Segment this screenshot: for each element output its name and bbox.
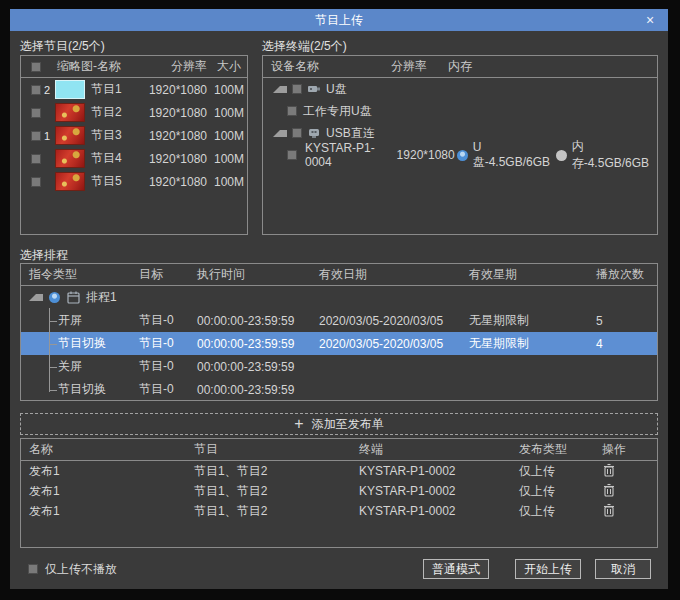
publish-programs: 节目1、节目2: [186, 463, 351, 480]
group-checkbox[interactable]: [292, 84, 302, 94]
mode-button[interactable]: 普通模式: [423, 559, 489, 579]
publish-name: 发布1: [21, 463, 186, 480]
col-header-valid-date: 有效日期: [311, 266, 461, 283]
add-to-publish-list-label: 添加至发布单: [312, 416, 384, 433]
schedule-row-selected[interactable]: 节目切换 节目-0 00:00:00-23:59:59 2020/03/05-2…: [21, 332, 657, 355]
program-thumbnail: [55, 172, 85, 191]
command-time: 00:00:00-23:59:59: [189, 383, 311, 397]
publish-terminal: KYSTAR-P1-0002: [351, 484, 511, 498]
program-checkbox[interactable]: [31, 177, 41, 187]
titlebar[interactable]: 节目上传 ×: [10, 9, 668, 31]
program-name: 节目5: [85, 173, 135, 190]
program-size: 100M: [211, 106, 247, 120]
program-resolution: 1920*1080: [135, 106, 211, 120]
tree-item-usb-disk-child[interactable]: 工作专用U盘: [263, 100, 657, 122]
table-row[interactable]: 节目2 1920*1080 100M: [21, 101, 247, 124]
table-row[interactable]: 1 节目3 1920*1080 100M: [21, 124, 247, 147]
close-icon[interactable]: ×: [641, 9, 659, 31]
memory-storage-radio[interactable]: [556, 150, 567, 161]
delete-icon[interactable]: [602, 503, 616, 517]
upload-only-option[interactable]: 仅上传不播放: [28, 561, 117, 577]
table-row[interactable]: 节目5 1920*1080 100M: [21, 170, 247, 193]
tree-item-terminal-device[interactable]: KYSTAR-P1-0004 1920*1080 U盘-4.5GB/6GB 内存…: [263, 144, 657, 166]
device-label: 工作专用U盘: [303, 103, 372, 120]
publish-terminal: KYSTAR-P1-0002: [351, 464, 511, 478]
program-checkbox[interactable]: [31, 85, 41, 95]
publish-type: 仅上传: [511, 503, 588, 520]
command-type: 关屏: [21, 358, 131, 375]
col-header-name: 名称: [21, 441, 186, 458]
publish-row[interactable]: 发布1 节目1、节目2 KYSTAR-P1-0002 仅上传: [21, 461, 657, 481]
command-target: 节目-0: [131, 358, 189, 375]
expand-arrow-icon[interactable]: [273, 130, 287, 137]
program-thumbnail: [55, 126, 85, 145]
usb-storage-radio-label: U盘-4.5GB/6GB: [468, 140, 556, 171]
terminals-table-header: 设备名称 分辨率 内存: [263, 56, 657, 78]
publish-type: 仅上传: [511, 483, 588, 500]
cancel-button[interactable]: 取消: [595, 559, 651, 579]
device-checkbox[interactable]: [287, 150, 297, 160]
schedule-table-header: 指令类型 目标 执行时间 有效日期 有效星期 播放次数: [21, 264, 657, 286]
command-date: 2020/03/05-2020/03/05: [311, 314, 461, 328]
col-header-command-type: 指令类型: [21, 266, 131, 283]
table-row[interactable]: 2 节目1 1920*1080 100M: [21, 78, 247, 101]
command-time: 00:00:00-23:59:59: [189, 360, 311, 374]
plus-icon: +: [294, 416, 303, 432]
select-all-programs-checkbox[interactable]: [31, 62, 41, 72]
publish-name: 发布1: [21, 503, 186, 520]
program-size: 100M: [211, 129, 247, 143]
calendar-icon: [66, 291, 80, 304]
program-resolution: 1920*1080: [135, 129, 211, 143]
expand-arrow-icon[interactable]: [29, 294, 43, 301]
program-checkbox[interactable]: [31, 108, 41, 118]
start-upload-button[interactable]: 开始上传: [515, 559, 581, 579]
group-label: USB直连: [326, 125, 375, 142]
schedule-name: 排程1: [86, 289, 117, 306]
add-to-publish-list-button[interactable]: + 添加至发布单: [20, 413, 658, 435]
command-type: 开屏: [21, 312, 131, 329]
usb-storage-radio[interactable]: [457, 150, 468, 161]
schedule-parent-row[interactable]: 排程1: [21, 286, 657, 309]
program-size: 100M: [211, 152, 247, 166]
upload-only-checkbox[interactable]: [28, 564, 38, 574]
group-label: U盘: [326, 81, 347, 98]
table-row[interactable]: 节目4 1920*1080 100M: [21, 147, 247, 170]
command-target: 节目-0: [131, 381, 189, 398]
program-resolution: 1920*1080: [135, 152, 211, 166]
upload-dialog: 节目上传 × 选择节目(2/5个) 选择终端(2/5个) 缩略图-名称 分辨率 …: [10, 9, 668, 589]
schedule-row[interactable]: 开屏 节目-0 00:00:00-23:59:59 2020/03/05-202…: [21, 309, 657, 332]
dialog-title: 节目上传: [315, 12, 363, 29]
command-week: 无星期限制: [461, 312, 588, 329]
group-checkbox[interactable]: [292, 128, 302, 138]
expand-arrow-icon[interactable]: [273, 86, 287, 93]
col-header-target: 目标: [131, 266, 189, 283]
schedule-row[interactable]: 节目切换 节目-0 00:00:00-23:59:59: [21, 378, 657, 401]
col-header-thumbnail-name: 缩略图-名称: [55, 58, 135, 75]
tree-group-usb-disk[interactable]: U盘: [263, 78, 657, 100]
command-type: 节目切换: [21, 381, 131, 398]
program-size: 100M: [211, 175, 247, 189]
program-name: 节目3: [85, 127, 135, 144]
delete-icon[interactable]: [602, 463, 616, 477]
usb-plug-icon: [307, 127, 321, 139]
col-header-play-count: 播放次数: [588, 266, 657, 283]
program-checkbox[interactable]: [31, 154, 41, 164]
program-checkbox[interactable]: [31, 131, 41, 141]
command-count: 4: [588, 337, 657, 351]
schedule-section-label: 选择排程: [20, 247, 68, 264]
schedule-radio[interactable]: [49, 292, 60, 303]
device-resolution: 1920*1080: [397, 148, 455, 162]
col-header-resolution: 分辨率: [135, 58, 211, 75]
col-header-programs: 节目: [186, 441, 351, 458]
publish-row[interactable]: 发布1 节目1、节目2 KYSTAR-P1-0002 仅上传: [21, 481, 657, 501]
selection-order: 1: [44, 130, 50, 142]
command-week: 无星期限制: [461, 335, 588, 352]
schedule-row[interactable]: 关屏 节目-0 00:00:00-23:59:59: [21, 355, 657, 378]
delete-icon[interactable]: [602, 483, 616, 497]
program-resolution: 1920*1080: [135, 175, 211, 189]
col-header-valid-week: 有效星期: [461, 266, 588, 283]
program-size: 100M: [211, 83, 247, 97]
device-checkbox[interactable]: [287, 106, 297, 116]
program-thumbnail: [55, 149, 85, 168]
publish-row[interactable]: 发布1 节目1、节目2 KYSTAR-P1-0002 仅上传: [21, 501, 657, 521]
